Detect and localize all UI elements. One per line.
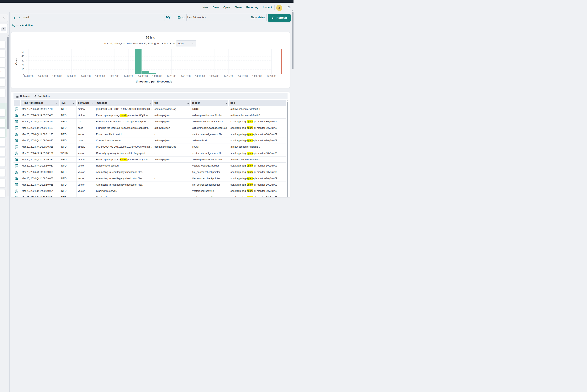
svg-text:14:11:00: 14:11:00 — [166, 74, 176, 78]
svg-text:14:05:00: 14:05:00 — [81, 74, 90, 78]
svg-text:14:15:00: 14:15:00 — [224, 74, 233, 78]
svg-text:50: 50 — [22, 50, 24, 54]
svg-text:14:09:00: 14:09:00 — [138, 74, 148, 78]
svg-text:30: 30 — [22, 59, 24, 62]
svg-text:14:03:00: 14:03:00 — [52, 74, 62, 78]
svg-text:Count: Count — [15, 58, 18, 65]
svg-text:14:14:00: 14:14:00 — [209, 74, 219, 78]
svg-text:20: 20 — [22, 64, 24, 66]
svg-text:0: 0 — [23, 72, 24, 75]
svg-text:14:06:00: 14:06:00 — [95, 74, 105, 78]
svg-text:14:16:00: 14:16:00 — [238, 74, 248, 78]
svg-text:14:18:00: 14:18:00 — [266, 74, 276, 78]
svg-text:14:07:00: 14:07:00 — [109, 74, 119, 78]
svg-text:14:13:00: 14:13:00 — [195, 74, 205, 78]
svg-text:14:17:00: 14:17:00 — [252, 74, 262, 78]
svg-text:10: 10 — [22, 68, 24, 71]
svg-text:40: 40 — [22, 55, 24, 58]
svg-text:14:10:00: 14:10:00 — [152, 74, 162, 78]
svg-text:14:08:00: 14:08:00 — [124, 74, 133, 78]
svg-text:14:01:00: 14:01:00 — [24, 74, 34, 78]
svg-text:14:12:00: 14:12:00 — [181, 74, 190, 78]
svg-text:14:04:00: 14:04:00 — [66, 74, 76, 78]
svg-text:14:02:00: 14:02:00 — [38, 74, 48, 78]
